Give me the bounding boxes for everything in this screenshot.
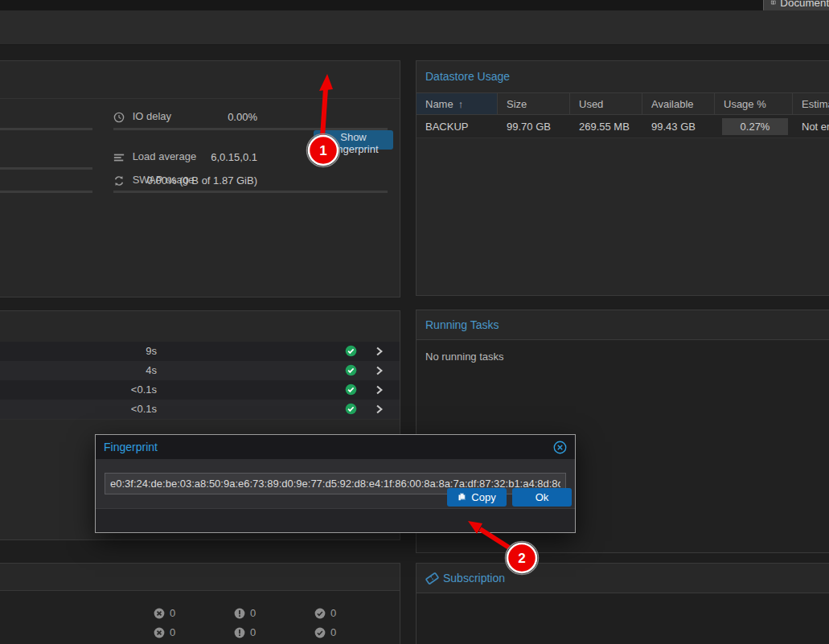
error-circle-icon (154, 627, 165, 638)
task-ok-icon (345, 345, 357, 357)
io-delay-value: 0.00% (228, 111, 257, 123)
column-header-usage[interactable]: Usage % (715, 92, 793, 115)
secondary-toolbar (0, 10, 829, 45)
column-header-used[interactable]: Used (570, 92, 642, 115)
cell-estimated-full: Not enough data (793, 115, 829, 138)
running-tasks-header: Running Tasks (417, 310, 829, 340)
load-average-row: Load average (113, 150, 196, 163)
swap-progressbar (113, 191, 388, 193)
summary-warning-count[interactable]: 0 (234, 626, 256, 638)
task-open-chevron-icon[interactable] (374, 384, 384, 396)
cpu-progressbar (0, 128, 92, 130)
task-duration: <0.1s (131, 403, 157, 415)
task-open-chevron-icon[interactable] (374, 404, 384, 415)
count-value: 0 (170, 607, 175, 619)
task-row[interactable]: 9s (0, 342, 400, 362)
task-row[interactable]: <0.1s (0, 400, 400, 420)
book-icon (770, 0, 776, 8)
count-value: 0 (250, 607, 256, 619)
summary-error-count[interactable]: 0 (154, 626, 175, 638)
top-header-bar: Documentation (0, 0, 829, 10)
summary-error-count[interactable]: 0 (154, 607, 175, 619)
fingerprint-dialog: Fingerprint Copy Ok (95, 434, 576, 533)
cell-available: 99.43 GB (642, 115, 715, 138)
cell-size: 99.70 GB (498, 115, 570, 138)
io-delay-label: IO delay (133, 110, 171, 122)
io-delay-row: IO delay (113, 110, 171, 123)
task-summary-panel: 0 0 0 0 0 0 (0, 563, 400, 644)
datastore-usage-panel: Datastore Usage Name↑ Size Used Availabl… (416, 60, 829, 296)
no-running-tasks-text: No running tasks (425, 351, 504, 363)
column-header-name[interactable]: Name↑ (417, 92, 498, 115)
task-open-chevron-icon[interactable] (374, 365, 384, 376)
copy-icon (458, 492, 467, 502)
error-circle-icon (154, 608, 165, 619)
task-ok-icon (345, 403, 357, 415)
ok-circle-gray-icon (314, 608, 326, 619)
summary-ok-count[interactable]: 0 (314, 626, 336, 638)
subscription-panel: Subscription (416, 563, 829, 644)
cell-datastore-name[interactable]: BACKUP (417, 115, 498, 138)
bars-icon (113, 152, 125, 163)
task-summary-body: 0 0 0 0 0 0 (0, 590, 400, 644)
documentation-label: Documentation (780, 0, 829, 9)
summary-warning-count[interactable]: 0 (234, 607, 256, 619)
warning-circle-gray-icon (234, 608, 245, 619)
task-row[interactable]: 4s (0, 361, 400, 381)
subscription-header: Subscription (417, 564, 829, 593)
task-duration: 4s (146, 364, 157, 376)
memory-progressbar (0, 167, 92, 170)
copy-button[interactable]: Copy (447, 488, 507, 507)
task-ok-icon (345, 364, 357, 376)
datastore-usage-title: Datastore Usage (425, 70, 510, 83)
task-ok-icon (345, 384, 357, 396)
count-value: 0 (250, 626, 256, 638)
count-value: 0 (170, 626, 175, 638)
task-row[interactable]: <0.1s (0, 380, 400, 400)
close-icon[interactable] (553, 441, 567, 454)
io-delay-progressbar (113, 128, 388, 130)
running-tasks-title: Running Tasks (425, 318, 499, 331)
summary-ok-count[interactable]: 0 (314, 607, 336, 619)
warning-circle-gray-icon (234, 627, 245, 638)
load-average-label: Load average (133, 150, 197, 162)
swap-arrows-icon (113, 175, 125, 187)
dialog-footer: Copy Ok (96, 508, 575, 532)
dialog-header[interactable]: Fingerprint (96, 435, 575, 459)
count-value: 0 (330, 626, 336, 638)
cell-used: 269.55 MB (570, 115, 642, 138)
usage-percent-bar: 0.27% (722, 118, 788, 135)
ok-button[interactable]: Ok (512, 488, 572, 507)
subscription-title: Subscription (443, 572, 505, 585)
column-header-available[interactable]: Available (642, 92, 715, 115)
column-header-estimated-full[interactable]: Estimated Full (793, 92, 829, 115)
load-average-value: 6,0.15,0.1 (211, 151, 257, 163)
count-value: 0 (330, 607, 336, 619)
hd-progressbar (0, 191, 92, 193)
server-status-panel: Show Fingerprint 0.00% of 1 CPU(s) IO de… (0, 60, 400, 297)
column-header-size[interactable]: Size (498, 92, 570, 115)
copy-label: Copy (471, 491, 495, 503)
swap-usage-value: 0.00% (0 B of 1.87 GiB) (147, 174, 257, 187)
task-open-chevron-icon[interactable] (374, 346, 384, 357)
sort-asc-icon: ↑ (458, 98, 464, 110)
ok-circle-gray-icon (314, 627, 326, 638)
task-duration: 9s (146, 345, 157, 357)
task-duration: <0.1s (131, 384, 157, 396)
ticket-icon (425, 572, 439, 585)
dialog-title: Fingerprint (104, 441, 158, 453)
show-fingerprint-button[interactable]: Show Fingerprint (314, 130, 393, 150)
ok-label: Ok (536, 491, 549, 503)
clock-icon (113, 112, 125, 123)
